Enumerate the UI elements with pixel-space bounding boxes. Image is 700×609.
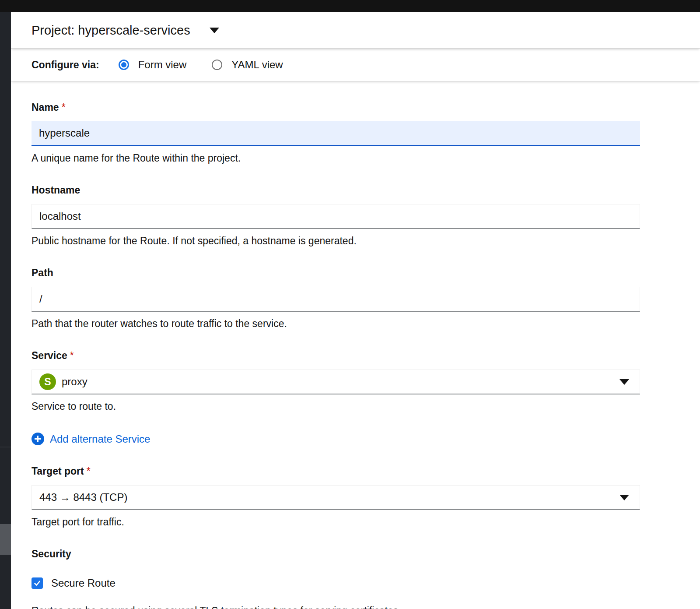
target-port-select-value: 443 → 8443 (TCP) (39, 491, 127, 503)
path-input[interactable] (32, 287, 640, 312)
radio-checked-icon (119, 60, 129, 70)
rail-divider (0, 447, 11, 447)
configure-via-label: Configure via: (32, 59, 99, 71)
project-selector-label: Project: hyperscale-services (32, 23, 190, 38)
service-resource-icon: S (39, 373, 56, 390)
route-form: Name* A unique name for the Route within… (11, 81, 700, 609)
target-port-help-text: Target port for traffic. (32, 516, 640, 528)
service-label-text: Service (32, 350, 67, 361)
name-field-group: Name* A unique name for the Route within… (32, 102, 640, 164)
configure-via-bar: Configure via: Form view YAML view (11, 49, 700, 81)
yaml-view-radio[interactable]: YAML view (212, 59, 283, 71)
target-port-label-text: Target port (32, 465, 84, 477)
service-select[interactable]: S proxy (32, 370, 640, 394)
hostname-input[interactable] (32, 204, 640, 229)
add-alternate-service-link[interactable]: Add alternate Service (32, 433, 150, 445)
secure-route-checkbox-row[interactable]: Secure Route (32, 577, 640, 589)
checkbox-checked-icon[interactable] (32, 577, 43, 589)
hostname-label: Hostname (32, 184, 640, 196)
target-port-select[interactable]: 443 → 8443 (TCP) (32, 485, 640, 510)
form-view-radio-label: Form view (138, 59, 187, 71)
security-heading: Security (32, 548, 640, 560)
caret-down-icon (620, 379, 629, 385)
plus-circle-icon (32, 433, 44, 445)
project-bar: Project: hyperscale-services (11, 12, 700, 49)
left-nav-rail (0, 12, 11, 609)
rail-scrollbar-thumb[interactable] (0, 524, 11, 555)
path-field-group: Path Path that the router watches to rou… (32, 267, 640, 330)
masthead (0, 0, 700, 12)
name-label-text: Name (32, 102, 59, 113)
required-indicator: * (87, 465, 91, 477)
page-content: Project: hyperscale-services Configure v… (11, 12, 700, 609)
secure-route-label: Secure Route (51, 577, 116, 589)
required-indicator: * (62, 102, 66, 113)
security-help-text: Routes can be secured using several TLS … (32, 605, 640, 609)
name-help-text: A unique name for the Route within the p… (32, 152, 640, 164)
service-select-value: proxy (62, 376, 88, 388)
name-input[interactable] (32, 121, 640, 146)
target-port-field-group: Target port* 443 → 8443 (TCP) Target por… (32, 465, 640, 528)
form-view-radio[interactable]: Form view (119, 59, 187, 71)
service-label: Service* (32, 350, 640, 361)
path-help-text: Path that the router watches to route tr… (32, 318, 640, 330)
hostname-field-group: Hostname Public hostname for the Route. … (32, 184, 640, 247)
add-alternate-service-label: Add alternate Service (50, 433, 150, 445)
target-port-label: Target port* (32, 465, 640, 477)
path-label: Path (32, 267, 640, 278)
caret-down-icon (620, 495, 629, 500)
caret-down-icon (210, 28, 219, 33)
service-help-text: Service to route to. (32, 401, 640, 412)
hostname-help-text: Public hostname for the Route. If not sp… (32, 235, 640, 247)
name-label: Name* (32, 102, 640, 113)
checkmark-icon (33, 579, 41, 587)
yaml-view-radio-label: YAML view (231, 59, 283, 71)
required-indicator: * (70, 350, 74, 361)
service-field-group: Service* S proxy Service to route to. (32, 350, 640, 412)
project-selector[interactable]: Project: hyperscale-services (32, 23, 219, 38)
radio-unchecked-icon (212, 60, 222, 70)
